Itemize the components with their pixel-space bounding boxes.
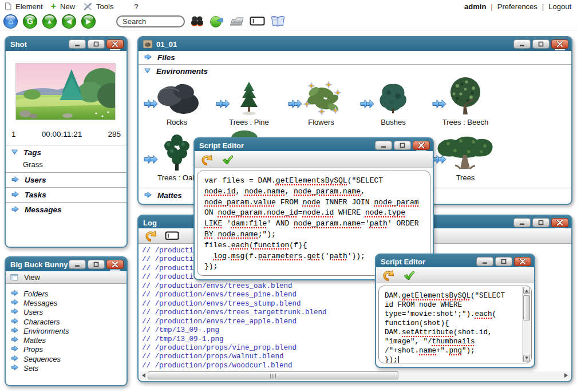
menu-new[interactable]: + New bbox=[51, 2, 75, 11]
back-button[interactable]: ◀ bbox=[62, 14, 76, 29]
search-input[interactable] bbox=[116, 15, 185, 27]
plus-icon: + bbox=[51, 3, 56, 10]
shot-preview-image bbox=[15, 63, 116, 120]
window-controls bbox=[476, 257, 531, 266]
menu-help[interactable]: ? bbox=[134, 2, 138, 11]
maximize-button[interactable] bbox=[88, 39, 105, 49]
close-button[interactable] bbox=[551, 39, 568, 49]
maximize-button[interactable] bbox=[495, 257, 512, 266]
tree-item-folders[interactable]: Folders bbox=[11, 289, 127, 298]
tree-item-messages[interactable]: Messages bbox=[11, 298, 127, 307]
open-arrows-icon[interactable] bbox=[432, 99, 448, 110]
open-arrows-icon[interactable] bbox=[360, 99, 376, 110]
run-check-button[interactable] bbox=[402, 270, 416, 281]
asset-trees[interactable]: Trees bbox=[429, 133, 501, 182]
minimize-button[interactable] bbox=[476, 257, 493, 266]
section-environments[interactable]: Environments bbox=[139, 64, 571, 77]
asset-trees-pine[interactable]: Trees : Pine bbox=[213, 77, 285, 126]
document-icon bbox=[5, 2, 11, 10]
scrollbar-thumb[interactable] bbox=[148, 371, 398, 379]
close-button[interactable] bbox=[106, 260, 124, 269]
script-editor-2-code[interactable]: DAM.getElementsBySQL("SELECTid FROM node… bbox=[378, 286, 532, 363]
view-menu[interactable]: View bbox=[24, 273, 40, 282]
tree-item-sets[interactable]: Sets bbox=[11, 363, 127, 373]
scroll-left-icon[interactable] bbox=[142, 373, 145, 378]
window-controls bbox=[375, 141, 430, 150]
tree-item-props[interactable]: Props bbox=[11, 345, 127, 354]
project-window-titlebar[interactable]: Big Buck Bunny bbox=[6, 258, 127, 271]
binoculars-search-button[interactable] bbox=[190, 15, 204, 27]
minimize-button[interactable] bbox=[513, 39, 531, 49]
undo-button[interactable] bbox=[381, 269, 396, 282]
asset-rocks[interactable]: Rocks bbox=[141, 77, 213, 126]
scroll-right-icon[interactable] bbox=[564, 373, 568, 378]
close-button[interactable] bbox=[551, 218, 568, 227]
menu-tools[interactable]: Tools bbox=[83, 2, 113, 11]
logout-link[interactable]: Logout bbox=[548, 2, 571, 11]
open-arrows-icon[interactable] bbox=[144, 155, 159, 166]
home-button[interactable]: ⌂ bbox=[3, 14, 18, 29]
expand-arrow-icon bbox=[11, 336, 19, 345]
preferences-link[interactable]: Preferences bbox=[497, 2, 538, 11]
script-editor-titlebar[interactable]: Script Editor bbox=[195, 138, 433, 152]
view-panels-icon bbox=[10, 274, 18, 281]
section-files[interactable]: Files bbox=[139, 51, 571, 64]
up-button[interactable]: ▲ bbox=[42, 14, 57, 29]
folder-button[interactable] bbox=[229, 15, 244, 27]
tree-item-characters[interactable]: Characters bbox=[11, 317, 127, 326]
minimize-button[interactable] bbox=[513, 218, 531, 227]
open-arrows-icon[interactable] bbox=[216, 99, 231, 110]
expand-arrow-icon bbox=[11, 318, 19, 326]
section-tasks[interactable]: Tasks bbox=[6, 187, 127, 202]
tag-grass[interactable]: Grass bbox=[6, 159, 127, 172]
tree-item-sequences[interactable]: Sequences bbox=[11, 354, 127, 363]
console-field-icon[interactable] bbox=[165, 231, 179, 240]
pie-chart-button[interactable] bbox=[210, 14, 224, 28]
minimize-button[interactable] bbox=[375, 141, 392, 150]
scrollbar-thumb[interactable] bbox=[523, 295, 530, 320]
go-button[interactable]: G bbox=[23, 14, 37, 29]
pine-thumbnail-image bbox=[239, 81, 259, 117]
maximize-button[interactable] bbox=[88, 260, 105, 269]
environments-thumb-row-1: Rocks Trees : Pine Flowers bbox=[139, 77, 571, 126]
menu-new-label: New bbox=[60, 2, 75, 11]
expand-arrow-icon bbox=[11, 355, 19, 363]
scroll-down-icon[interactable] bbox=[523, 355, 530, 362]
maximize-button[interactable] bbox=[532, 218, 550, 227]
asset-trees-beech[interactable]: Trees : Beech bbox=[429, 77, 501, 126]
script-editor-titlebar[interactable]: Script Editor bbox=[376, 255, 534, 268]
asset-label: Trees : Beech bbox=[429, 118, 501, 126]
asset-flowers[interactable]: Flowers bbox=[285, 77, 357, 126]
vertical-scrollbar[interactable] bbox=[522, 287, 531, 362]
section-tags[interactable]: Tags bbox=[6, 145, 127, 159]
minimize-button[interactable] bbox=[69, 39, 86, 49]
expand-arrow-icon bbox=[11, 327, 19, 335]
maximize-button[interactable] bbox=[394, 141, 411, 150]
close-button[interactable] bbox=[413, 141, 430, 150]
run-check-button[interactable] bbox=[221, 154, 235, 165]
undo-button[interactable] bbox=[143, 229, 158, 242]
tree-item-environments[interactable]: Environments bbox=[11, 326, 127, 335]
maximize-button[interactable] bbox=[532, 39, 550, 49]
separator: | bbox=[542, 2, 544, 11]
tree-item-mattes[interactable]: Mattes bbox=[11, 335, 127, 345]
close-button[interactable] bbox=[106, 39, 124, 49]
asset-bushes[interactable]: Bushes bbox=[357, 77, 429, 126]
minimize-button[interactable] bbox=[69, 260, 86, 269]
element-window-titlebar[interactable]: 01_01 bbox=[139, 37, 571, 51]
shot-window-titlebar[interactable]: Shot bbox=[6, 37, 127, 51]
section-messages[interactable]: Messages bbox=[6, 202, 127, 217]
scroll-up-icon[interactable] bbox=[523, 287, 530, 294]
menu-element[interactable]: Element bbox=[5, 2, 43, 11]
asset-label: Bushes bbox=[357, 118, 429, 126]
section-users[interactable]: Users bbox=[6, 172, 127, 187]
oak-thumbnail-image bbox=[160, 133, 193, 173]
script-console-button[interactable] bbox=[250, 16, 265, 26]
close-button[interactable] bbox=[514, 257, 531, 266]
documentation-book-button[interactable] bbox=[270, 15, 286, 28]
forward-button[interactable]: ▶ bbox=[81, 14, 96, 29]
horizontal-scrollbar[interactable] bbox=[140, 371, 570, 380]
undo-button[interactable] bbox=[199, 153, 214, 166]
menu-help-label: ? bbox=[134, 2, 138, 11]
tree-item-users[interactable]: Users bbox=[11, 308, 127, 317]
